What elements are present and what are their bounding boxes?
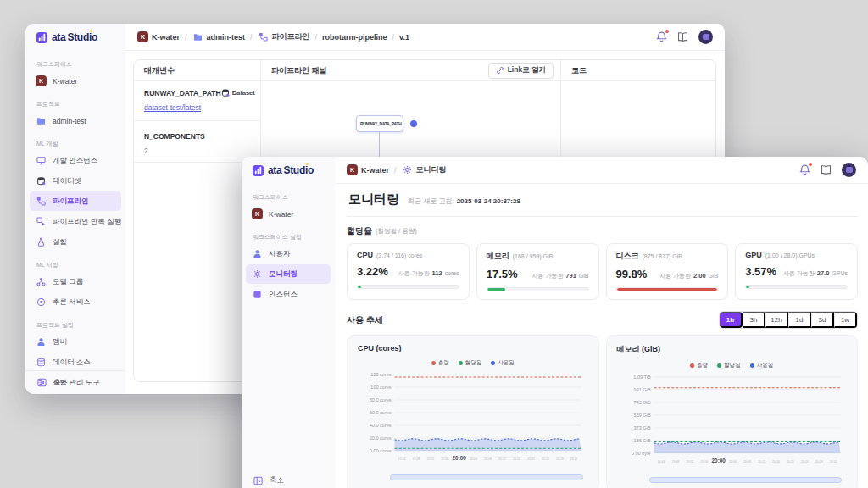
legend-item[interactable]: 사용됨 [491, 359, 515, 367]
range-button-12h[interactable]: 12h [765, 312, 788, 328]
quota-card-GPU: GPU(1.00 / 28.0) GPUs3.57%사용 가능한 27.0 GP… [735, 243, 858, 300]
collapse-label: 축소 [270, 475, 284, 485]
svg-text:20:32: 20:32 [829, 460, 837, 463]
user-icon [252, 248, 263, 259]
usage-trends-title: 사용 추세 [347, 314, 383, 326]
breadcrumb-label: K-water [152, 33, 180, 42]
user-avatar[interactable] [842, 163, 856, 177]
sidebar-item-label: K-water [269, 210, 293, 219]
chart-scrollbar[interactable] [649, 477, 843, 483]
sidebar-item-data-source[interactable]: 데이터 소스 [30, 352, 121, 372]
quota-card-CPU: CPU(3.74 / 116) cores3.22%사용 가능한 112 cor… [347, 243, 470, 300]
sidebar-item-inference[interactable]: 추론 서비스 [30, 292, 121, 312]
topbar-icons [799, 163, 856, 177]
link-icon [496, 65, 504, 76]
svg-text:19:52: 19:52 [426, 458, 434, 461]
sidebar-item-label: 데이터셋 [53, 176, 81, 186]
dataset-icon [221, 87, 230, 98]
breadcrumb-item[interactable]: admin-test [192, 31, 246, 42]
logo-icon [36, 31, 48, 44]
dataset-icon [36, 175, 47, 186]
sidebar-item-gear[interactable]: 모니터링 [246, 264, 331, 284]
sidebar-item-dataset[interactable]: 데이터셋 [30, 171, 121, 191]
range-button-3d[interactable]: 3d [811, 312, 834, 328]
sidebar-item-instance[interactable]: 인스턴스 [246, 285, 331, 304]
breadcrumb-item[interactable]: 모니터링 [402, 164, 447, 175]
param-row: RUNWAY_DATA_PATH Dataset dataset-test/la… [134, 81, 260, 121]
pipeline-run-icon [36, 216, 47, 227]
breadcrumb-item[interactable]: robotarm-pipeline [322, 33, 387, 42]
docs-book-icon[interactable] [821, 164, 832, 175]
range-button-3h[interactable]: 3h [743, 312, 765, 328]
svg-text:20:12: 20:12 [758, 460, 765, 463]
notifications-bell-icon[interactable] [656, 31, 667, 42]
sidebar-collapse-button[interactable]: 축소 [25, 370, 125, 394]
model-group-icon [36, 276, 47, 287]
legend-item[interactable]: 총량 [690, 362, 708, 369]
breadcrumb-separator: / [185, 33, 187, 42]
experiment-icon [36, 236, 47, 247]
node-status-icon [410, 120, 417, 127]
front-main: KK-water/모니터링 모니터링 최근 새로 고침:2025-03-24 2… [335, 157, 868, 488]
quota-progress-fill [487, 288, 505, 291]
breadcrumb-label: 모니터링 [416, 164, 447, 175]
breadcrumb-separator: / [392, 33, 395, 42]
quota-cards: CPU(3.74 / 116) cores3.22%사용 가능한 112 cor… [347, 243, 858, 300]
svg-text:0.00 cores: 0.00 cores [370, 448, 392, 453]
sidebar-item-k-avatar[interactable]: KK-water [246, 204, 331, 224]
open-link-button[interactable]: Link로 열기 [488, 63, 554, 79]
front-sidebar-nav: 워크스페이스KK-water워크스페이스 설정사용자모니터링인스턴스 [242, 184, 335, 305]
code-header: 코드 [561, 60, 715, 81]
sidebar-item-folder[interactable]: admin-test [30, 111, 121, 130]
breadcrumb-separator: / [315, 33, 318, 42]
dataset-link[interactable]: dataset-test/latest [144, 103, 201, 112]
k-avatar-icon: K [347, 164, 358, 175]
sidebar-item-k-avatar[interactable]: KK-water [30, 71, 121, 91]
user-avatar[interactable] [698, 30, 713, 44]
breadcrumb-item[interactable]: 파이프라인 [258, 31, 310, 42]
docs-book-icon[interactable] [677, 31, 688, 42]
legend-item[interactable]: 할당됨 [459, 359, 482, 367]
app-logo[interactable]: ataStudio [25, 24, 125, 51]
app-logo[interactable]: ataStudio [242, 157, 335, 184]
legend-item[interactable]: 사용됨 [750, 362, 774, 369]
breadcrumb-item[interactable]: v.1 [399, 33, 409, 42]
sidebar-collapse-button[interactable]: 축소 [242, 469, 335, 488]
legend-dot [690, 363, 694, 368]
logo-text: ataStudio [268, 164, 314, 176]
range-button-1w[interactable]: 1w [834, 312, 857, 328]
notification-dot [809, 163, 812, 166]
param-type-badge: Dataset [221, 87, 255, 98]
legend-item[interactable]: 총량 [431, 359, 449, 367]
quota-progress-track [745, 285, 848, 289]
legend-item[interactable]: 할당됨 [717, 362, 741, 369]
quota-percent: 17.5% [487, 268, 518, 280]
sidebar-item-label: 사용자 [269, 249, 291, 259]
sidebar-item-label: 모델 그룹 [53, 277, 83, 287]
memory-chart-card: 메모리 (GiB) 총량할당됨사용됨 0.00 byte186 GiB373 G… [606, 336, 859, 488]
sidebar-item-model-group[interactable]: 모델 그룹 [30, 272, 121, 291]
sidebar-item-label: 추론 서비스 [53, 297, 91, 308]
svg-text:931 GiB: 931 GiB [633, 387, 650, 392]
gear-icon [252, 269, 263, 280]
breadcrumb-label: 파이프라인 [272, 31, 310, 42]
sidebar-item-pipeline[interactable]: 파이프라인 [30, 191, 121, 211]
notifications-bell-icon[interactable] [799, 164, 810, 175]
sidebar-item-monitor[interactable]: 개발 인스턴스 [30, 151, 121, 170]
page-title-row: 모니터링 최근 새로 고침:2025-03-24 20:37:28 [347, 184, 858, 217]
breadcrumb-item[interactable]: KK-water [137, 31, 180, 42]
svg-text:20:24: 20:24 [800, 460, 808, 463]
sidebar-item-pipeline-run[interactable]: 파이프라인 반복 실행 [30, 212, 121, 231]
chart-scrollbar[interactable] [390, 474, 583, 480]
sidebar-item-experiment[interactable]: 실험 [30, 232, 121, 252]
sidebar-item-label: 개발 인스턴스 [53, 156, 97, 166]
svg-text:20:20: 20:20 [786, 460, 793, 463]
range-button-1d[interactable]: 1d [788, 312, 811, 328]
breadcrumb-item[interactable]: KK-water [347, 164, 389, 175]
pipeline-node[interactable]: RUNWAY_DATA_PATH [356, 115, 403, 132]
sidebar-item-member[interactable]: 멤버 [30, 332, 121, 352]
range-button-1h[interactable]: 1h [720, 312, 743, 328]
quota-percent: 3.57% [745, 265, 776, 278]
sidebar-item-label: 실험 [53, 237, 67, 247]
sidebar-item-user[interactable]: 사용자 [246, 244, 331, 263]
